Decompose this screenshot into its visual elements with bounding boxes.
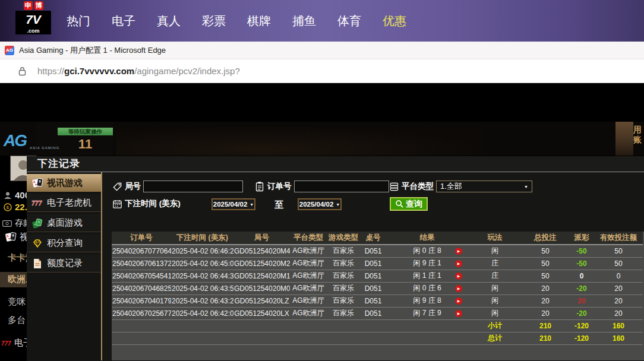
cell-payout: -20 [569, 307, 594, 319]
cell-result: 闲 9 庄 1▶ [386, 257, 468, 270]
nav-item-fishing[interactable]: 捕鱼 [292, 13, 316, 29]
cell-order-no: 250402067040179 [112, 294, 171, 307]
partial-user-button[interactable]: 用 [632, 125, 643, 135]
nav-item-live[interactable]: 真人 [157, 13, 181, 29]
total-payout: -120 [569, 332, 594, 344]
nav-item-hot[interactable]: 热门 [67, 13, 90, 29]
nav-item-slots[interactable]: 电子 [112, 13, 135, 29]
order-no-input[interactable] [294, 180, 389, 192]
cell-round-no: GD051254020M0 [233, 282, 290, 294]
replay-button[interactable]: ▶ [455, 297, 462, 305]
table-header-row: 订单号 下注时间 (美东) 局号 平台类型 游戏类型 桌号 结果 玩法 总投注 [112, 232, 643, 245]
nav-item-lottery[interactable]: 彩票 [202, 13, 226, 29]
cell-order-no: 250402067061372 [112, 257, 171, 270]
search-icon [395, 200, 404, 208]
cell-platform: AG欧洲厅 [290, 257, 327, 270]
cell-game-type: 百家乐 [327, 282, 360, 294]
cell-table-no: D051 [360, 270, 386, 282]
table-row: 250402067025677 2025-04-02 06:42:06 GD05… [112, 307, 643, 319]
cell-wanfa: 闲 [468, 294, 522, 307]
browser-urlbar[interactable]: https://gci.7vvvvvv.com/agingame/pcv2/in… [0, 59, 644, 83]
date-to-select[interactable]: 2025/04/02 ▼ [298, 198, 342, 210]
cell-order-no: 250402067054541 [112, 270, 171, 282]
replay-button[interactable]: ▶ [455, 285, 462, 292]
search-button[interactable]: 查询 [390, 197, 428, 211]
url-text[interactable]: https://gci.7vvvvvv.com/agingame/pcv2/in… [37, 66, 240, 76]
result-text: 闲 9 庄 8 [413, 296, 441, 305]
cell-order-no: 250402067046825 [112, 282, 171, 294]
platform-type-select[interactable]: 1.全部 ▼ [436, 180, 532, 192]
browser-titlebar: AG Asia Gaming - 用户配置 1 - Microsoft Edge [0, 42, 644, 59]
game-tile[interactable]: 等待玩家操作 11 [36, 122, 113, 156]
bg-menu-duotai[interactable]: 多台 [8, 315, 26, 326]
cell-wanfa: 庄 [468, 257, 522, 270]
cell-table-no: D051 [360, 245, 386, 257]
sidebar-item-label: 视讯游戏 [47, 178, 83, 189]
replay-button[interactable]: ▶ [455, 248, 462, 255]
cell-total-bet: 50 [522, 270, 569, 282]
ag-watermark-sub: ASIA GAMING [30, 146, 59, 150]
ag-favicon-icon: AG [5, 46, 14, 55]
cell-valid-bet: 20 [594, 307, 643, 319]
bet-records-table: 订单号 下注时间 (美东) 局号 平台类型 游戏类型 桌号 结果 玩法 总投注 [112, 232, 644, 360]
partial-account-button[interactable]: 账 [632, 135, 643, 145]
right-edge-partial-buttons[interactable]: 用 账 [632, 125, 643, 145]
calendar-icon [112, 198, 122, 209]
cell-payout: -50 [569, 245, 594, 257]
round-no-input[interactable] [143, 180, 243, 192]
sidebar-item-points[interactable]: 积分查询 [27, 235, 101, 252]
to-label: 至 [274, 200, 283, 211]
total-valid: 160 [594, 332, 643, 344]
cell-wanfa: 闲 [468, 282, 522, 294]
result-text: 闲 9 庄 1 [413, 259, 441, 267]
subtotal-bet: 210 [522, 319, 569, 332]
col-payout: 派彩 [569, 232, 594, 245]
subtotal-payout: -120 [569, 319, 594, 332]
sidebar-item-label: 积分查询 [47, 238, 83, 249]
cell-wanfa: 闲 [468, 245, 522, 257]
col-total-bet: 总投注 [522, 232, 569, 245]
cell-game-type: 百家乐 [327, 270, 360, 282]
sidebar-item-label: 额度记录 [47, 258, 83, 269]
nav-item-sports[interactable]: 体育 [337, 13, 361, 29]
sidebar-item-slots[interactable]: 777 电子老虎机 [27, 194, 101, 212]
search-button-label: 查询 [406, 199, 422, 210]
nav-item-promo[interactable]: 优惠 [383, 13, 406, 29]
platform-type-group: 平台类型 1.全部 ▼ [389, 180, 532, 192]
order-no-group: 订单号 [254, 180, 389, 192]
logo-char-2: 博 [34, 1, 43, 10]
col-order-no: 订单号 [112, 232, 171, 245]
cell-platform: AG欧洲厅 [290, 294, 327, 307]
chevron-down-icon: ▼ [250, 202, 254, 207]
lock-icon[interactable] [18, 66, 27, 76]
date-from-select[interactable]: 2025/04/02 ▼ [211, 198, 255, 210]
table-row: 250402067077064 2025-04-02 06:46:28 GD05… [112, 245, 643, 257]
site-navbar: 申 博 7V .com 热门 电子 真人 彩票 棋牌 捕鱼 体育 优惠 [0, 0, 644, 42]
subtotal-label: 小计 [468, 319, 522, 332]
sidebar-item-table-games[interactable]: 桌面游戏 [27, 214, 101, 232]
site-logo[interactable]: 申 博 7V .com [15, 1, 51, 34]
total-label: 总计 [468, 332, 522, 344]
sidebar-item-video-games[interactable]: K♥9 视讯游戏 [27, 174, 101, 192]
url-path: /agingame/pcv2/index.jsp? [134, 66, 240, 76]
nav-item-board[interactable]: 棋牌 [247, 13, 271, 29]
replay-button[interactable]: ▶ [455, 273, 462, 280]
table-row: 250402067054541 2025-04-02 06:44:32 GD05… [112, 270, 643, 282]
bg-menu-jingmi[interactable]: 竞咪 [8, 296, 26, 308]
sidebar-item-credit-records[interactable]: 额度记录 [27, 255, 101, 273]
cell-platform: AG欧洲厅 [290, 307, 327, 319]
subtotal-valid: 160 [594, 319, 643, 332]
cell-bet-time: 2025-04-02 06:45:09 [171, 257, 233, 270]
gem-icon [31, 238, 43, 249]
replay-button[interactable]: ▶ [455, 310, 462, 317]
clipboard-icon [254, 181, 265, 192]
cell-round-no: GD051254020M2 [233, 257, 290, 270]
list-icon [389, 181, 399, 192]
person-icon [4, 191, 12, 200]
table-row: 250402067061372 2025-04-02 06:45:09 GD05… [112, 257, 643, 270]
replay-button[interactable]: ▶ [455, 260, 462, 267]
document-icon [31, 258, 43, 270]
bet-time-group: 下注时间 (美东) [112, 198, 181, 209]
cell-result: 闲 9 庄 8▶ [386, 294, 468, 307]
date-to-value: 2025/04/02 [299, 201, 334, 208]
